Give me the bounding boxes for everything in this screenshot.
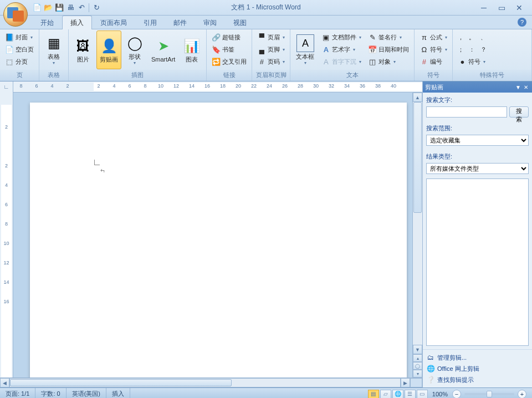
office-online-link[interactable]: 🌐Office 网上剪辑 [426,363,529,374]
object-button[interactable]: ◫对象▾ [365,56,412,68]
split-handle[interactable] [410,378,422,387]
blank-page-button[interactable]: 📄空白页 [2,44,37,55]
quick-access-toolbar: 📄 📂 💾 🖶 ↶ ↻ [32,3,101,13]
datetime-button[interactable]: 📅日期和时间 [365,44,412,55]
smartart-button[interactable]: ➤SmartArt [148,30,178,69]
group-tables-label: 表格 [39,70,68,81]
hyperlink-button[interactable]: 🔗超链接 [209,32,249,43]
tab-review[interactable]: 审阅 [195,16,225,29]
clipart-button[interactable]: 👤剪贴画 [96,30,121,69]
bookmark-icon: 🔖 [212,45,221,54]
ribbon: 📘封面▾ 📄空白页 ⬚分页 页 ▦ 表格▾ 表格 🖼图片 👤剪贴画 ◯形状▾ ➤… [0,29,532,81]
picture-button[interactable]: 🖼图片 [71,30,95,69]
chart-button[interactable]: 📊图表 [180,30,204,69]
tab-insert[interactable]: 插入 [62,16,92,29]
ruler-corner[interactable]: ∟ [0,81,13,93]
vertical-ruler[interactable]: 2246810121416 [0,93,13,377]
taskpane-close-button[interactable]: ✕ [522,83,530,91]
restore-button[interactable]: ▭ [495,3,508,12]
vscroll-thumb[interactable] [413,102,422,213]
tab-pagelayout[interactable]: 页面布局 [92,16,135,29]
tab-view[interactable]: 视图 [225,16,255,29]
signature-icon: ✎ [368,33,377,42]
page-break-button[interactable]: ⬚分页 [2,56,37,68]
scroll-up-button[interactable]: ▲ [413,93,422,102]
status-insertmode[interactable]: 插入 [106,388,130,398]
textbox-button[interactable]: A文本框▾ [293,30,318,69]
view-draft-button[interactable]: ▭ [417,390,428,399]
crossref-button[interactable]: 🔁交叉引用 [209,56,249,68]
quickparts-button[interactable]: ▣文档部件▾ [319,32,364,43]
bookmark-button[interactable]: 🔖书签 [209,44,249,55]
results-panel [426,178,529,346]
shapes-button[interactable]: ◯形状▾ [122,30,147,69]
scope-label: 搜索范围: [423,121,532,134]
hyperlink-icon: 🔗 [212,33,221,42]
qat-redo[interactable]: ↻ [91,3,101,13]
vertical-scrollbar[interactable]: ▲ ▼ ▴ ◯ ▾ [412,93,422,377]
prev-page-button[interactable]: ▴ [413,354,422,362]
zoom-out-button[interactable]: − [452,390,461,399]
horizontal-ruler[interactable]: ∟ 86422468101214161820222426283032343638… [0,81,422,93]
symbol-button[interactable]: Ω符号▾ [417,44,450,55]
cover-page-icon: 📘 [5,33,14,42]
qat-new[interactable]: 📄 [32,3,42,13]
paragraph-mark: ↵ [100,167,105,174]
footer-button[interactable]: ▄页脚▾ [254,44,288,55]
header-button[interactable]: ▀页眉▾ [254,32,288,43]
cover-page-button[interactable]: 📘封面▾ [2,32,37,43]
scope-select[interactable]: 选定收藏集 [426,135,529,146]
view-fullscreen-button[interactable]: ▱ [380,390,391,399]
canvas[interactable]: ↵ [13,93,412,377]
group-links-label: 链接 [207,70,252,81]
search-input[interactable] [426,106,507,118]
zoom-slider-thumb[interactable] [487,391,492,397]
tab-references[interactable]: 引用 [135,16,165,29]
view-weblayout-button[interactable]: 🌐 [392,390,403,399]
special-more-button[interactable]: ●符号▾ [455,56,489,68]
hscroll-track[interactable] [9,378,401,387]
status-page[interactable]: 页面: 1/1 [0,388,35,398]
zoom-in-button[interactable]: + [518,390,526,399]
horizontal-scrollbar[interactable]: ◀ ▶ [0,377,422,387]
taskpane-menu-button[interactable]: ▼ [514,83,522,91]
close-button[interactable]: ✕ [513,3,525,12]
special-row2[interactable]: ； ： ？ [455,44,489,55]
qat-open[interactable]: 📂 [43,3,53,13]
qat-print[interactable]: 🖶 [65,3,75,13]
scroll-right-button[interactable]: ▶ [401,378,410,387]
search-button[interactable]: 搜索 [509,106,529,118]
pagenum-button[interactable]: #页码▾ [254,56,288,68]
zoom-percent[interactable]: 100% [429,391,451,397]
sigline-button[interactable]: ✎签名行▾ [365,32,412,43]
help-button[interactable]: ? [518,18,526,27]
find-tips-link[interactable]: ❔查找剪辑提示 [426,374,529,385]
wordart-button[interactable]: A艺术字▾ [319,44,364,55]
special-row1[interactable]: ， 。 、 [455,32,489,43]
equation-button[interactable]: π公式▾ [417,32,450,43]
hscroll-thumb[interactable] [10,379,232,386]
vscroll-track[interactable] [413,102,422,345]
results-type-select[interactable]: 所有媒体文件类型 [426,163,529,174]
manage-clips-link[interactable]: 🗂管理剪辑... [426,352,529,363]
browse-object-button[interactable]: ◯ [413,362,422,370]
smartart-icon: ➤ [155,37,172,55]
group-headerfooter-label: 页眉和页脚 [252,70,290,81]
document-page[interactable]: ↵ [30,103,407,377]
qat-save[interactable]: 💾 [54,3,64,13]
tab-mailings[interactable]: 邮件 [165,16,195,29]
qat-undo[interactable]: ↶ [76,3,86,13]
minimize-button[interactable]: ─ [478,3,490,12]
number-button[interactable]: #编号 [417,56,450,68]
status-wordcount[interactable]: 字数: 0 [35,388,66,398]
scroll-left-button[interactable]: ◀ [0,378,9,387]
status-language[interactable]: 英语(美国) [66,388,106,398]
table-button[interactable]: ▦ 表格▾ [42,30,66,69]
zoom-slider[interactable] [464,393,514,395]
scroll-down-button[interactable]: ▼ [413,345,422,354]
view-printlayout-button[interactable]: ▤ [368,390,379,399]
next-page-button[interactable]: ▾ [413,370,422,377]
tab-home[interactable]: 开始 [32,16,62,29]
view-outline-button[interactable]: ☰ [405,390,416,399]
office-button[interactable] [3,2,28,27]
